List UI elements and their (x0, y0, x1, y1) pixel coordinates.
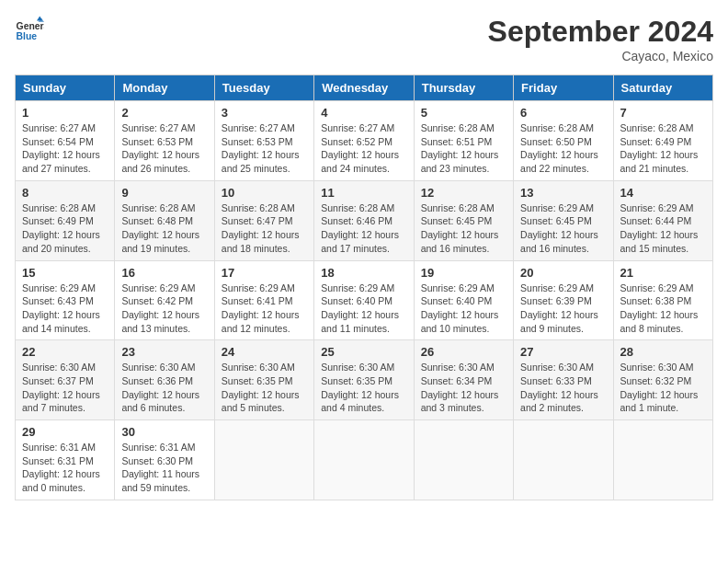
col-thursday: Thursday (414, 75, 513, 101)
day-number: 2 (121, 106, 207, 120)
month-title: September 2024 (488, 15, 713, 49)
day-number: 29 (22, 425, 108, 439)
table-row (314, 420, 414, 500)
day-number: 15 (22, 266, 108, 280)
day-info: Sunrise: 6:30 AMSunset: 6:32 PMDaylight:… (620, 361, 706, 415)
table-row: 21Sunrise: 6:29 AMSunset: 6:38 PMDayligh… (613, 260, 712, 340)
table-row (214, 420, 313, 500)
table-row: 12Sunrise: 6:28 AMSunset: 6:45 PMDayligh… (414, 180, 513, 260)
table-row (613, 420, 712, 500)
day-info: Sunrise: 6:30 AMSunset: 6:33 PMDaylight:… (520, 361, 606, 415)
day-info: Sunrise: 6:28 AMSunset: 6:45 PMDaylight:… (421, 201, 506, 256)
day-info: Sunrise: 6:29 AMSunset: 6:43 PMDaylight:… (22, 282, 108, 336)
col-monday: Monday (115, 75, 214, 101)
page-header: General Blue September 2024 Cayaco, Mexi… (15, 15, 713, 63)
location: Cayaco, Mexico (488, 49, 713, 63)
day-info: Sunrise: 6:30 AMSunset: 6:36 PMDaylight:… (121, 361, 207, 415)
table-row: 7Sunrise: 6:28 AMSunset: 6:49 PMDaylight… (613, 101, 712, 181)
day-info: Sunrise: 6:28 AMSunset: 6:51 PMDaylight:… (421, 121, 506, 176)
table-row: 28Sunrise: 6:30 AMSunset: 6:32 PMDayligh… (613, 340, 712, 420)
table-row: 25Sunrise: 6:30 AMSunset: 6:35 PMDayligh… (314, 340, 414, 420)
logo: General Blue (15, 15, 44, 44)
calendar-week-5: 29Sunrise: 6:31 AMSunset: 6:31 PMDayligh… (16, 420, 713, 500)
day-info: Sunrise: 6:31 AMSunset: 6:31 PMDaylight:… (22, 441, 108, 495)
table-row: 26Sunrise: 6:30 AMSunset: 6:34 PMDayligh… (414, 340, 513, 420)
calendar-week-2: 8Sunrise: 6:28 AMSunset: 6:49 PMDaylight… (16, 180, 713, 260)
table-row: 10Sunrise: 6:28 AMSunset: 6:47 PMDayligh… (214, 180, 313, 260)
day-number: 17 (222, 266, 307, 280)
table-row: 23Sunrise: 6:30 AMSunset: 6:36 PMDayligh… (115, 340, 214, 420)
day-info: Sunrise: 6:27 AMSunset: 6:52 PMDaylight:… (321, 121, 406, 176)
day-number: 19 (421, 266, 506, 280)
day-info: Sunrise: 6:29 AMSunset: 6:45 PMDaylight:… (520, 201, 606, 256)
day-number: 4 (321, 106, 406, 120)
day-info: Sunrise: 6:28 AMSunset: 6:47 PMDaylight:… (222, 201, 307, 256)
table-row: 18Sunrise: 6:29 AMSunset: 6:40 PMDayligh… (314, 260, 414, 340)
day-number: 3 (222, 106, 307, 120)
table-row: 1Sunrise: 6:27 AMSunset: 6:54 PMDaylight… (16, 101, 115, 181)
table-row: 22Sunrise: 6:30 AMSunset: 6:37 PMDayligh… (16, 340, 115, 420)
day-number: 18 (321, 266, 406, 280)
table-row: 17Sunrise: 6:29 AMSunset: 6:41 PMDayligh… (214, 260, 313, 340)
table-row: 19Sunrise: 6:29 AMSunset: 6:40 PMDayligh… (414, 260, 513, 340)
table-row: 16Sunrise: 6:29 AMSunset: 6:42 PMDayligh… (115, 260, 214, 340)
day-number: 27 (520, 345, 606, 359)
day-info: Sunrise: 6:28 AMSunset: 6:48 PMDaylight:… (121, 201, 207, 256)
table-row: 6Sunrise: 6:28 AMSunset: 6:50 PMDaylight… (514, 101, 613, 181)
day-number: 13 (520, 186, 606, 200)
day-number: 23 (121, 345, 207, 359)
table-row: 4Sunrise: 6:27 AMSunset: 6:52 PMDaylight… (314, 101, 414, 181)
calendar-week-1: 1Sunrise: 6:27 AMSunset: 6:54 PMDaylight… (16, 101, 713, 181)
day-info: Sunrise: 6:29 AMSunset: 6:38 PMDaylight:… (620, 282, 706, 336)
calendar-week-3: 15Sunrise: 6:29 AMSunset: 6:43 PMDayligh… (16, 260, 713, 340)
day-info: Sunrise: 6:27 AMSunset: 6:54 PMDaylight:… (22, 121, 108, 176)
day-info: Sunrise: 6:29 AMSunset: 6:39 PMDaylight:… (520, 282, 606, 336)
logo-icon: General Blue (15, 15, 44, 44)
table-row: 14Sunrise: 6:29 AMSunset: 6:44 PMDayligh… (613, 180, 712, 260)
day-number: 14 (620, 186, 706, 200)
day-info: Sunrise: 6:30 AMSunset: 6:37 PMDaylight:… (22, 361, 108, 415)
day-info: Sunrise: 6:29 AMSunset: 6:42 PMDaylight:… (121, 282, 207, 336)
table-row: 13Sunrise: 6:29 AMSunset: 6:45 PMDayligh… (514, 180, 613, 260)
calendar-table: Sunday Monday Tuesday Wednesday Thursday… (15, 75, 713, 500)
table-row: 5Sunrise: 6:28 AMSunset: 6:51 PMDaylight… (414, 101, 513, 181)
day-number: 16 (121, 266, 207, 280)
day-info: Sunrise: 6:30 AMSunset: 6:34 PMDaylight:… (421, 361, 506, 415)
day-info: Sunrise: 6:30 AMSunset: 6:35 PMDaylight:… (321, 361, 406, 415)
col-friday: Friday (514, 75, 613, 101)
day-info: Sunrise: 6:28 AMSunset: 6:49 PMDaylight:… (620, 121, 706, 176)
table-row: 2Sunrise: 6:27 AMSunset: 6:53 PMDaylight… (115, 101, 214, 181)
day-number: 28 (620, 345, 706, 359)
table-row: 24Sunrise: 6:30 AMSunset: 6:35 PMDayligh… (214, 340, 313, 420)
day-info: Sunrise: 6:31 AMSunset: 6:30 PMDaylight:… (121, 441, 207, 495)
header-row: Sunday Monday Tuesday Wednesday Thursday… (16, 75, 713, 101)
svg-text:Blue: Blue (17, 31, 38, 41)
col-saturday: Saturday (613, 75, 712, 101)
table-row: 27Sunrise: 6:30 AMSunset: 6:33 PMDayligh… (514, 340, 613, 420)
day-number: 6 (520, 106, 606, 120)
day-number: 21 (620, 266, 706, 280)
day-info: Sunrise: 6:28 AMSunset: 6:49 PMDaylight:… (22, 201, 108, 256)
day-number: 12 (421, 186, 506, 200)
day-number: 11 (321, 186, 406, 200)
day-number: 9 (121, 186, 207, 200)
day-info: Sunrise: 6:28 AMSunset: 6:50 PMDaylight:… (520, 121, 606, 176)
day-number: 30 (121, 425, 207, 439)
day-number: 25 (321, 345, 406, 359)
table-row: 30Sunrise: 6:31 AMSunset: 6:30 PMDayligh… (115, 420, 214, 500)
table-row: 3Sunrise: 6:27 AMSunset: 6:53 PMDaylight… (214, 101, 313, 181)
table-row (514, 420, 613, 500)
col-tuesday: Tuesday (214, 75, 313, 101)
day-number: 5 (421, 106, 506, 120)
day-number: 8 (22, 186, 108, 200)
col-wednesday: Wednesday (314, 75, 414, 101)
table-row: 20Sunrise: 6:29 AMSunset: 6:39 PMDayligh… (514, 260, 613, 340)
day-number: 10 (222, 186, 307, 200)
day-info: Sunrise: 6:29 AMSunset: 6:40 PMDaylight:… (421, 282, 506, 336)
day-number: 20 (520, 266, 606, 280)
table-row: 9Sunrise: 6:28 AMSunset: 6:48 PMDaylight… (115, 180, 214, 260)
table-row: 8Sunrise: 6:28 AMSunset: 6:49 PMDaylight… (16, 180, 115, 260)
table-row: 29Sunrise: 6:31 AMSunset: 6:31 PMDayligh… (16, 420, 115, 500)
calendar-week-4: 22Sunrise: 6:30 AMSunset: 6:37 PMDayligh… (16, 340, 713, 420)
day-number: 22 (22, 345, 108, 359)
